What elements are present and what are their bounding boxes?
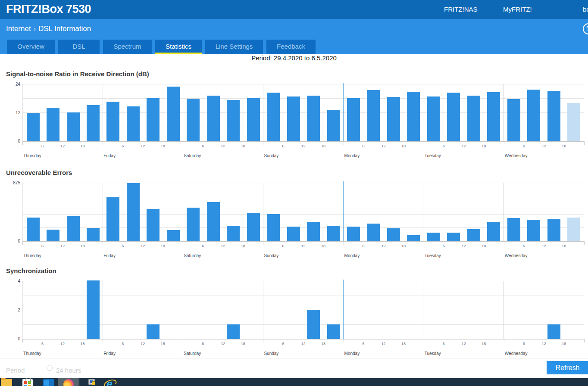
folder-icon[interactable]	[1, 379, 12, 386]
hour-tick-label: 12	[221, 342, 225, 346]
hour-tick-label: 6	[282, 144, 284, 148]
hour-tick-label: 6	[523, 144, 525, 148]
outlook-icon[interactable]	[43, 379, 54, 386]
bar	[307, 222, 320, 241]
day-label: Wednesday	[505, 253, 528, 258]
day-boundary-tick	[22, 339, 23, 342]
bar	[207, 202, 220, 241]
hour-tick-label: 18	[482, 244, 486, 248]
period-24h-label: 24 hours	[56, 367, 81, 374]
y-axis-tick-label: 2	[0, 308, 20, 312]
bar	[127, 183, 140, 241]
y-axis-tick-label: 0	[0, 239, 20, 243]
day-boundary-tick	[103, 339, 103, 342]
day-label: Monday	[344, 351, 360, 356]
hour-tick-label: 12	[141, 342, 145, 346]
bar	[147, 209, 160, 241]
help-icon[interactable]: ?	[583, 23, 588, 34]
snr-hour-ticks: 61218612186121861218612186121861218	[22, 144, 584, 149]
bar	[287, 227, 300, 241]
day-label: Saturday	[184, 351, 201, 356]
y-axis-tick-label: 24	[0, 82, 20, 87]
bar	[187, 99, 200, 141]
bar	[67, 216, 80, 241]
day-cell	[423, 183, 504, 241]
hour-tick-label: 18	[80, 144, 84, 148]
hour-tick-label: 6	[122, 342, 124, 346]
tab-statistics[interactable]: Statistics	[155, 40, 202, 54]
hour-tick-label: 6	[443, 342, 445, 346]
breadcrumb-section[interactable]: Internet	[6, 25, 31, 33]
day-boundary-tick	[504, 141, 504, 145]
bar	[267, 93, 280, 141]
y-axis-tick-label: 0	[0, 337, 20, 341]
tab-bar: Overview DSL Spectrum Statistics Line Se…	[7, 40, 316, 54]
bar	[527, 90, 540, 141]
bar	[327, 226, 340, 241]
bar	[27, 113, 40, 141]
sync-hour-ticks: 61218612186121861218612186121861218	[22, 342, 584, 347]
y-axis-tick-label: 4	[0, 279, 20, 283]
period-24h-radio[interactable]	[47, 365, 53, 371]
tab-dsl[interactable]: DSL	[58, 40, 100, 54]
bar	[327, 110, 340, 141]
period-note: Period: 29.4.2020 to 6.5.2020	[0, 54, 588, 62]
hour-tick-label: 6	[523, 342, 525, 346]
bar	[347, 98, 360, 142]
day-cell	[103, 84, 183, 141]
bar	[267, 214, 280, 241]
hour-tick-label: 18	[161, 244, 165, 248]
sub-header: Internet›DSL Information ? Overview DSL …	[0, 19, 588, 54]
bar	[527, 220, 540, 241]
current-week-marker-line	[343, 181, 344, 241]
current-week-marker-line	[343, 280, 344, 339]
current-week-marker-line	[343, 83, 344, 141]
day-boundary-tick	[344, 339, 344, 342]
hour-tick-label: 18	[80, 342, 84, 346]
hour-tick-label: 12	[542, 244, 546, 248]
bar	[106, 102, 119, 141]
snr-chart-title: Signal-to-noise Ratio in Receive Directi…	[6, 70, 588, 78]
hour-tick-label: 6	[363, 144, 365, 148]
day-label: Tuesday	[425, 351, 441, 356]
bar	[327, 324, 340, 339]
myfritz-link[interactable]: MyFRITZ!	[503, 6, 532, 13]
hour-tick-label: 18	[401, 244, 406, 248]
hour-tick-label: 6	[122, 144, 124, 148]
chevron-right-icon: ›	[31, 25, 38, 32]
internet-explorer-icon[interactable]: e	[104, 379, 115, 386]
day-cell	[504, 183, 584, 241]
day-label: Friday	[103, 253, 116, 258]
day-label: Thursday	[23, 253, 41, 258]
hour-tick-label: 12	[301, 342, 305, 346]
hour-tick-label: 18	[562, 342, 566, 346]
bar	[127, 106, 140, 141]
bar	[507, 218, 520, 241]
day-boundary-tick	[263, 339, 263, 342]
day-label: Sunday	[264, 253, 278, 258]
day-boundary-tick	[103, 241, 103, 245]
snr-chart: Signal-to-noise Ratio in Receive Directi…	[0, 70, 588, 159]
day-boundary-tick	[183, 339, 183, 342]
tab-spectrum[interactable]: Spectrum	[103, 40, 152, 54]
hour-tick-label: 12	[141, 144, 145, 148]
hour-tick-label: 18	[401, 342, 406, 346]
hour-tick-label: 12	[382, 342, 386, 346]
refresh-button[interactable]: Refresh	[547, 361, 588, 374]
hour-tick-label: 18	[562, 244, 566, 248]
setup-icon[interactable]	[88, 379, 95, 385]
day-boundary-tick	[344, 241, 344, 245]
day-label: Wednesday	[505, 351, 528, 356]
store-icon[interactable]	[22, 379, 33, 386]
period-label: Period	[6, 367, 25, 374]
fritznas-link[interactable]: FRITZ!NAS	[444, 6, 478, 13]
tab-overview[interactable]: Overview	[7, 40, 55, 54]
day-label: Thursday	[23, 351, 41, 356]
day-boundary-tick	[504, 339, 504, 342]
bar	[87, 280, 100, 339]
hour-tick-label: 18	[241, 244, 245, 248]
bar	[407, 235, 420, 241]
errors-chart: Unrecoverable Errors 0875 61218612186121…	[0, 169, 588, 258]
tab-line-settings[interactable]: Line Settings	[205, 40, 263, 54]
tab-feedback[interactable]: Feedback	[266, 40, 316, 54]
